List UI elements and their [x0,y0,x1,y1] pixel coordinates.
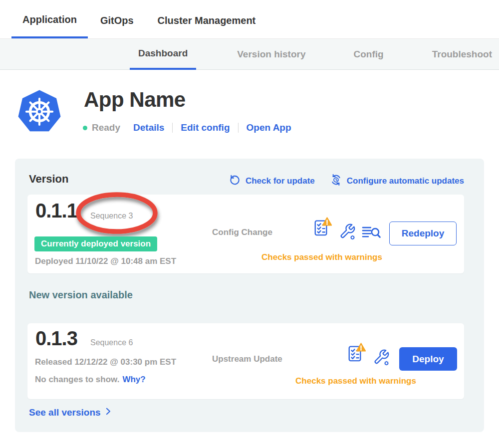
current-version-number: 0.1.1 [35,200,77,222]
no-changes-text: No changes to show. [35,375,119,384]
checks-status-text: Checks passed with warnings [256,376,456,386]
tab-version-history[interactable]: Version history [237,39,305,70]
currently-deployed-badge: Currently deployed version [34,236,157,251]
status-text: Ready [92,122,120,133]
checks-status-text: Checks passed with warnings [217,252,427,262]
config-wrench-icon[interactable] [338,223,356,243]
config-wrench-icon[interactable] [372,348,390,369]
see-all-versions-label: See all versions [29,407,101,418]
chevron-right-icon [103,406,113,419]
open-app-link[interactable]: Open App [247,122,291,133]
edit-config-link[interactable]: Edit config [181,122,230,133]
deployed-timestamp: Deployed 11/10/22 @ 10:48 am EST [35,256,176,266]
page-title-app-name: App Name [84,88,186,112]
current-version-sequence: Sequence 3 [90,212,133,221]
released-timestamp: Released 12/12/22 @ 03:30 pm EST [35,357,176,367]
kubernetes-logo-icon [17,88,62,134]
new-version-available-heading: New version available [29,289,133,301]
top-nav: Application GitOps Cluster Management [0,0,499,39]
admin-console-page: { "top_nav": { "tabs": [ { "label": "App… [0,0,499,448]
view-files-diff-icon[interactable] [361,224,382,243]
top-tab-application[interactable]: Application [11,2,88,38]
status-ready-dot-icon [83,126,87,130]
divider [172,123,173,133]
version-section-title: Version [29,173,68,186]
configure-automatic-updates-label: Configure automatic updates [347,176,464,186]
top-tab-gitops[interactable]: GitOps [100,2,134,38]
app-status-row: Ready Details Edit config Open App [83,121,291,134]
version-source-label: Config Change [212,227,272,237]
deploy-button[interactable]: Deploy [399,347,457,371]
version-panel: Version Check for update Configure autom… [15,159,484,432]
configure-automatic-updates-link[interactable]: Configure automatic updates [330,174,464,189]
divider [238,123,239,133]
clock-refresh-icon [330,174,342,189]
why-link[interactable]: Why? [122,375,145,384]
preflight-checks-warning-icon[interactable] [347,342,366,365]
current-version-card: 0.1.1 Sequence 3 Currently deployed vers… [27,195,464,273]
no-changes-row: No changes to show.Why? [35,375,146,385]
redeploy-button[interactable]: Redeploy [389,222,457,245]
see-all-versions-link[interactable]: See all versions [29,406,113,419]
version-source-label: Upstream Update [212,354,282,364]
top-tab-cluster-management[interactable]: Cluster Management [158,2,256,38]
check-for-update-link[interactable]: Check for update [230,174,315,188]
tab-troubleshoot[interactable]: Troubleshoot [432,39,492,70]
new-version-card: 0.1.3 Sequence 6 Released 12/12/22 @ 03:… [27,323,464,399]
tab-config[interactable]: Config [354,39,384,70]
refresh-icon [230,174,241,188]
details-link[interactable]: Details [133,122,164,133]
version-panel-actions: Check for update Configure automatic upd… [230,174,464,189]
new-version-number: 0.1.3 [35,327,77,350]
tab-dashboard[interactable]: Dashboard [130,39,196,70]
check-for-update-label: Check for update [246,176,315,186]
app-sub-nav: Dashboard Version history Config Trouble… [0,39,499,70]
new-version-sequence: Sequence 6 [90,338,133,347]
preflight-checks-warning-icon[interactable] [313,217,332,239]
